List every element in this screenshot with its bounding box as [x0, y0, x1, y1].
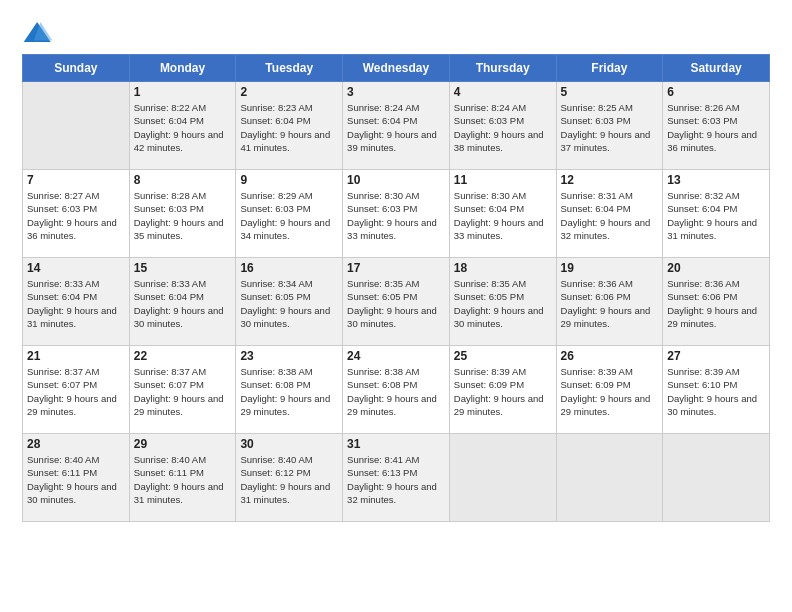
day-number: 22 [134, 349, 232, 363]
day-number: 21 [27, 349, 125, 363]
day-number: 2 [240, 85, 338, 99]
day-number: 15 [134, 261, 232, 275]
calendar-cell-empty-0-0 [23, 82, 130, 170]
calendar-cell-3: 3Sunrise: 8:24 AMSunset: 6:04 PMDaylight… [343, 82, 450, 170]
weekday-header-friday: Friday [556, 55, 663, 82]
cell-info: Sunrise: 8:40 AMSunset: 6:12 PMDaylight:… [240, 453, 338, 506]
cell-info: Sunrise: 8:30 AMSunset: 6:03 PMDaylight:… [347, 189, 445, 242]
calendar-cell-26: 26Sunrise: 8:39 AMSunset: 6:09 PMDayligh… [556, 346, 663, 434]
weekday-header-thursday: Thursday [449, 55, 556, 82]
day-number: 18 [454, 261, 552, 275]
calendar-cell-28: 28Sunrise: 8:40 AMSunset: 6:11 PMDayligh… [23, 434, 130, 522]
calendar-cell-17: 17Sunrise: 8:35 AMSunset: 6:05 PMDayligh… [343, 258, 450, 346]
calendar-cell-empty-4-6 [663, 434, 770, 522]
calendar-cell-19: 19Sunrise: 8:36 AMSunset: 6:06 PMDayligh… [556, 258, 663, 346]
cell-info: Sunrise: 8:32 AMSunset: 6:04 PMDaylight:… [667, 189, 765, 242]
cell-info: Sunrise: 8:31 AMSunset: 6:04 PMDaylight:… [561, 189, 659, 242]
calendar-cell-27: 27Sunrise: 8:39 AMSunset: 6:10 PMDayligh… [663, 346, 770, 434]
calendar-table: SundayMondayTuesdayWednesdayThursdayFrid… [22, 54, 770, 522]
cell-info: Sunrise: 8:34 AMSunset: 6:05 PMDaylight:… [240, 277, 338, 330]
day-number: 13 [667, 173, 765, 187]
calendar-cell-25: 25Sunrise: 8:39 AMSunset: 6:09 PMDayligh… [449, 346, 556, 434]
weekday-header-monday: Monday [129, 55, 236, 82]
day-number: 8 [134, 173, 232, 187]
day-number: 19 [561, 261, 659, 275]
cell-info: Sunrise: 8:36 AMSunset: 6:06 PMDaylight:… [561, 277, 659, 330]
day-number: 26 [561, 349, 659, 363]
calendar-cell-18: 18Sunrise: 8:35 AMSunset: 6:05 PMDayligh… [449, 258, 556, 346]
cell-info: Sunrise: 8:22 AMSunset: 6:04 PMDaylight:… [134, 101, 232, 154]
calendar-cell-empty-4-4 [449, 434, 556, 522]
calendar-cell-16: 16Sunrise: 8:34 AMSunset: 6:05 PMDayligh… [236, 258, 343, 346]
calendar-cell-13: 13Sunrise: 8:32 AMSunset: 6:04 PMDayligh… [663, 170, 770, 258]
calendar-cell-22: 22Sunrise: 8:37 AMSunset: 6:07 PMDayligh… [129, 346, 236, 434]
weekday-header-tuesday: Tuesday [236, 55, 343, 82]
calendar-cell-4: 4Sunrise: 8:24 AMSunset: 6:03 PMDaylight… [449, 82, 556, 170]
calendar-cell-20: 20Sunrise: 8:36 AMSunset: 6:06 PMDayligh… [663, 258, 770, 346]
cell-info: Sunrise: 8:40 AMSunset: 6:11 PMDaylight:… [134, 453, 232, 506]
cell-info: Sunrise: 8:28 AMSunset: 6:03 PMDaylight:… [134, 189, 232, 242]
day-number: 30 [240, 437, 338, 451]
day-number: 11 [454, 173, 552, 187]
calendar-cell-29: 29Sunrise: 8:40 AMSunset: 6:11 PMDayligh… [129, 434, 236, 522]
day-number: 28 [27, 437, 125, 451]
day-number: 20 [667, 261, 765, 275]
cell-info: Sunrise: 8:38 AMSunset: 6:08 PMDaylight:… [240, 365, 338, 418]
day-number: 27 [667, 349, 765, 363]
weekday-header-saturday: Saturday [663, 55, 770, 82]
calendar-cell-21: 21Sunrise: 8:37 AMSunset: 6:07 PMDayligh… [23, 346, 130, 434]
day-number: 17 [347, 261, 445, 275]
day-number: 14 [27, 261, 125, 275]
cell-info: Sunrise: 8:35 AMSunset: 6:05 PMDaylight:… [347, 277, 445, 330]
weekday-header-sunday: Sunday [23, 55, 130, 82]
day-number: 3 [347, 85, 445, 99]
cell-info: Sunrise: 8:24 AMSunset: 6:03 PMDaylight:… [454, 101, 552, 154]
day-number: 12 [561, 173, 659, 187]
cell-info: Sunrise: 8:36 AMSunset: 6:06 PMDaylight:… [667, 277, 765, 330]
calendar-cell-2: 2Sunrise: 8:23 AMSunset: 6:04 PMDaylight… [236, 82, 343, 170]
cell-info: Sunrise: 8:27 AMSunset: 6:03 PMDaylight:… [27, 189, 125, 242]
logo-icon [22, 18, 54, 46]
cell-info: Sunrise: 8:37 AMSunset: 6:07 PMDaylight:… [134, 365, 232, 418]
day-number: 24 [347, 349, 445, 363]
cell-info: Sunrise: 8:33 AMSunset: 6:04 PMDaylight:… [27, 277, 125, 330]
day-number: 7 [27, 173, 125, 187]
day-number: 4 [454, 85, 552, 99]
day-number: 5 [561, 85, 659, 99]
day-number: 29 [134, 437, 232, 451]
calendar-cell-9: 9Sunrise: 8:29 AMSunset: 6:03 PMDaylight… [236, 170, 343, 258]
calendar-cell-7: 7Sunrise: 8:27 AMSunset: 6:03 PMDaylight… [23, 170, 130, 258]
day-number: 6 [667, 85, 765, 99]
calendar-cell-14: 14Sunrise: 8:33 AMSunset: 6:04 PMDayligh… [23, 258, 130, 346]
calendar-cell-31: 31Sunrise: 8:41 AMSunset: 6:13 PMDayligh… [343, 434, 450, 522]
calendar-cell-empty-4-5 [556, 434, 663, 522]
calendar-cell-5: 5Sunrise: 8:25 AMSunset: 6:03 PMDaylight… [556, 82, 663, 170]
calendar-cell-6: 6Sunrise: 8:26 AMSunset: 6:03 PMDaylight… [663, 82, 770, 170]
logo [22, 18, 58, 46]
day-number: 9 [240, 173, 338, 187]
calendar-cell-30: 30Sunrise: 8:40 AMSunset: 6:12 PMDayligh… [236, 434, 343, 522]
cell-info: Sunrise: 8:40 AMSunset: 6:11 PMDaylight:… [27, 453, 125, 506]
day-number: 31 [347, 437, 445, 451]
cell-info: Sunrise: 8:26 AMSunset: 6:03 PMDaylight:… [667, 101, 765, 154]
cell-info: Sunrise: 8:24 AMSunset: 6:04 PMDaylight:… [347, 101, 445, 154]
cell-info: Sunrise: 8:33 AMSunset: 6:04 PMDaylight:… [134, 277, 232, 330]
weekday-header-wednesday: Wednesday [343, 55, 450, 82]
cell-info: Sunrise: 8:30 AMSunset: 6:04 PMDaylight:… [454, 189, 552, 242]
calendar-cell-10: 10Sunrise: 8:30 AMSunset: 6:03 PMDayligh… [343, 170, 450, 258]
cell-info: Sunrise: 8:41 AMSunset: 6:13 PMDaylight:… [347, 453, 445, 506]
calendar-cell-8: 8Sunrise: 8:28 AMSunset: 6:03 PMDaylight… [129, 170, 236, 258]
cell-info: Sunrise: 8:35 AMSunset: 6:05 PMDaylight:… [454, 277, 552, 330]
calendar-cell-24: 24Sunrise: 8:38 AMSunset: 6:08 PMDayligh… [343, 346, 450, 434]
day-number: 10 [347, 173, 445, 187]
header [22, 18, 770, 46]
page: SundayMondayTuesdayWednesdayThursdayFrid… [0, 0, 792, 612]
cell-info: Sunrise: 8:39 AMSunset: 6:09 PMDaylight:… [561, 365, 659, 418]
day-number: 23 [240, 349, 338, 363]
calendar-cell-11: 11Sunrise: 8:30 AMSunset: 6:04 PMDayligh… [449, 170, 556, 258]
day-number: 16 [240, 261, 338, 275]
cell-info: Sunrise: 8:38 AMSunset: 6:08 PMDaylight:… [347, 365, 445, 418]
cell-info: Sunrise: 8:39 AMSunset: 6:09 PMDaylight:… [454, 365, 552, 418]
calendar-cell-12: 12Sunrise: 8:31 AMSunset: 6:04 PMDayligh… [556, 170, 663, 258]
cell-info: Sunrise: 8:23 AMSunset: 6:04 PMDaylight:… [240, 101, 338, 154]
